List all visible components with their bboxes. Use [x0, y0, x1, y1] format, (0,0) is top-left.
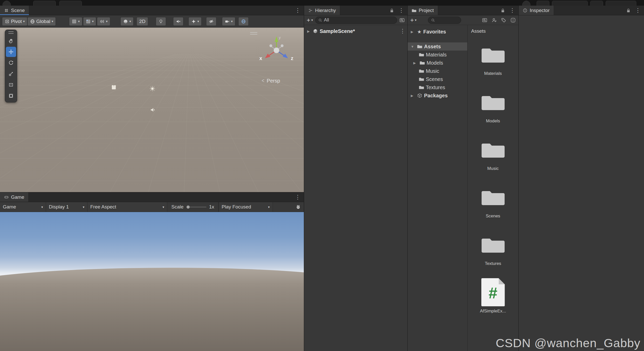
- game-viewport[interactable]: [0, 212, 304, 351]
- create-asset-button[interactable]: + ▾: [410, 17, 417, 23]
- hidden-packages-icon[interactable]: [510, 17, 516, 23]
- gizmo-center-ball[interactable]: [274, 48, 279, 53]
- asset-tile-music[interactable]: Music: [468, 134, 518, 181]
- scene-lighting-button[interactable]: [156, 17, 166, 26]
- grid-visibility-button[interactable]: ▾: [69, 17, 82, 26]
- gizmo-x-axis-cone[interactable]: [265, 54, 270, 58]
- hand-tool-button[interactable]: [6, 36, 16, 46]
- chevron-right-icon[interactable]: ▶: [411, 94, 415, 98]
- scale-tool-button[interactable]: [6, 69, 16, 79]
- tree-item-textures[interactable]: Textures: [408, 83, 467, 91]
- chevron-down-icon[interactable]: ▼: [411, 45, 415, 49]
- display-target-dropdown[interactable]: Game ▾: [0, 202, 46, 212]
- tree-item-packages[interactable]: ▶ Packages: [408, 91, 467, 100]
- tree-item-models[interactable]: ▶ Models: [408, 59, 467, 67]
- tab-project[interactable]: Project: [408, 6, 438, 15]
- project-asset-grid[interactable]: Assets Materials Models Music Scenes: [468, 25, 518, 351]
- asset-tile-materials[interactable]: Materials: [468, 39, 518, 86]
- scene-orientation-gizmo[interactable]: y x z: [257, 31, 296, 69]
- chevron-right-icon[interactable]: ▶: [413, 61, 418, 65]
- asset-tile-scenes[interactable]: Scenes: [468, 181, 518, 229]
- grid-snap-button[interactable]: ▾: [83, 17, 96, 26]
- directional-light-gizmo-icon[interactable]: [149, 85, 156, 92]
- tree-item-assets[interactable]: ▼ Assets: [408, 42, 467, 51]
- kebab-menu-icon[interactable]: ⋮: [295, 194, 301, 200]
- topbar-button[interactable]: [522, 1, 530, 6]
- draw-mode-button[interactable]: ▾: [120, 17, 134, 26]
- scale-slider[interactable]: [186, 205, 206, 209]
- rotate-tool-button[interactable]: [6, 58, 16, 68]
- gizmo-y-label: y: [279, 35, 281, 40]
- hierarchy-content[interactable]: ▶ SampleScene* ⋮: [304, 27, 407, 35]
- chevron-right-icon[interactable]: ▶: [411, 30, 415, 34]
- scene-visibility-button[interactable]: [206, 17, 216, 26]
- tab-hierarchy[interactable]: Hierarchy: [304, 6, 340, 15]
- audio-source-gizmo-icon[interactable]: [150, 107, 156, 113]
- label-tag-icon[interactable]: [501, 17, 506, 23]
- tab-game[interactable]: Game: [0, 192, 29, 202]
- scene-panel: Scene ⋮ Pivot ▾ Global ▾ ▾: [0, 6, 304, 192]
- scene-fx-button[interactable]: ▾: [188, 17, 202, 26]
- asset-tile-models[interactable]: Models: [468, 86, 518, 134]
- topbar-button[interactable]: [537, 1, 549, 6]
- aspect-ratio-dropdown[interactable]: Free Aspect ▾: [87, 202, 167, 212]
- topbar-button[interactable]: [590, 1, 603, 6]
- overlay-drag-handle[interactable]: [250, 32, 257, 34]
- tree-item-music[interactable]: Music: [408, 67, 467, 75]
- topbar-button[interactable]: [606, 1, 636, 6]
- asset-tile-script[interactable]: # AfSimpleEx...: [468, 276, 518, 324]
- hierarchy-search-input[interactable]: All: [315, 17, 397, 24]
- lock-icon[interactable]: [390, 8, 394, 13]
- chevron-right-icon[interactable]: ▶: [307, 29, 313, 33]
- gizmo-neg-axis-ball[interactable]: [270, 44, 272, 47]
- display-dropdown[interactable]: Display 1 ▾: [46, 202, 87, 212]
- tab-inspector[interactable]: Inspector: [519, 6, 554, 15]
- chevron-down-icon: ▾: [129, 19, 131, 23]
- tab-scene[interactable]: Scene: [0, 6, 29, 15]
- lock-icon[interactable]: [626, 8, 630, 13]
- handle-rotation-button[interactable]: Global ▾: [27, 17, 56, 26]
- topbar-button[interactable]: [3, 1, 11, 6]
- topbar-button[interactable]: [33, 1, 56, 6]
- tree-item-favorites[interactable]: ▶ ★ Favorites: [408, 28, 467, 36]
- project-search-input[interactable]: [428, 17, 461, 24]
- open-search-window-icon[interactable]: [482, 17, 487, 23]
- open-search-window-icon[interactable]: [399, 17, 405, 23]
- kebab-menu-icon[interactable]: ⋮: [509, 8, 515, 13]
- topbar-button[interactable]: [59, 1, 82, 6]
- game-debug-button[interactable]: [293, 202, 304, 212]
- projection-mode-label[interactable]: < Persp: [261, 77, 280, 84]
- scene-overlay-button[interactable]: [238, 17, 249, 26]
- kebab-menu-icon[interactable]: ⋮: [635, 8, 641, 13]
- kebab-menu-icon[interactable]: ⋮: [400, 28, 405, 34]
- topbar-button[interactable]: [552, 1, 588, 6]
- kebab-menu-icon[interactable]: ⋮: [398, 8, 404, 13]
- rail-drag-handle[interactable]: [8, 31, 14, 34]
- scene-audio-button[interactable]: [173, 17, 183, 26]
- camera-settings-button[interactable]: ▾: [222, 17, 235, 26]
- tab-label: Inspector: [530, 8, 550, 13]
- tree-item-scenes[interactable]: Scenes: [408, 75, 467, 83]
- rect-tool-button[interactable]: [6, 80, 16, 90]
- camera-gizmo-icon[interactable]: [110, 84, 117, 90]
- pivot-toggle-button[interactable]: Pivot ▾: [2, 17, 27, 26]
- transform-tool-button[interactable]: [6, 91, 16, 101]
- asset-tile-textures[interactable]: Textures: [468, 229, 518, 276]
- hierarchy-item-samplescene[interactable]: ▶ SampleScene* ⋮: [304, 27, 407, 35]
- snap-increment-button[interactable]: ▾: [97, 17, 110, 26]
- asset-import-icon[interactable]: [491, 17, 497, 23]
- lock-icon[interactable]: [501, 8, 505, 13]
- tile-label: Scenes: [486, 214, 500, 219]
- gizmo-neg-axis-ball[interactable]: [281, 44, 284, 47]
- create-object-button[interactable]: + ▾: [307, 17, 313, 23]
- kebab-menu-icon[interactable]: ⋮: [295, 8, 301, 13]
- tree-item-materials[interactable]: Materials: [408, 51, 467, 59]
- 2d-toggle-button[interactable]: 2D: [137, 17, 148, 26]
- slider-knob[interactable]: [186, 205, 190, 209]
- move-tool-button[interactable]: [6, 47, 16, 57]
- gizmo-z-axis-cone[interactable]: [283, 54, 288, 58]
- focus-mode-dropdown[interactable]: Play Focused ▾: [219, 202, 273, 212]
- gizmo-y-axis-cone[interactable]: [275, 36, 278, 42]
- project-folder-tree[interactable]: ▶ ★ Favorites ▼ Assets Materials ▶ Model…: [408, 25, 468, 351]
- scene-viewport[interactable]: y x z < Persp: [0, 28, 304, 192]
